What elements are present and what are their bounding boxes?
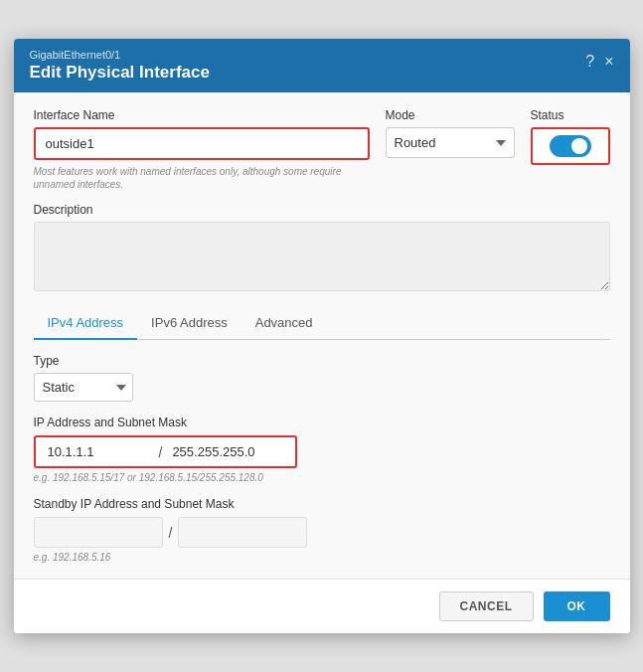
top-row: Interface Name Most features work with n… (34, 108, 610, 191)
standby-ip-input[interactable] (34, 517, 163, 548)
standby-subnet-input[interactable] (178, 517, 307, 548)
description-group: Description (34, 191, 610, 291)
mode-select[interactable]: Routed Switched Passive (386, 127, 515, 158)
dialog-title: Edit Physical Interface (30, 63, 210, 83)
interface-name-label: Interface Name (34, 108, 370, 122)
tabs: IPv4 Address IPv6 Address Advanced (34, 307, 610, 340)
description-textarea[interactable] (34, 222, 610, 291)
help-icon[interactable]: ? (585, 53, 594, 71)
cancel-button[interactable]: CANCEL (439, 591, 534, 621)
dialog-body: Interface Name Most features work with n… (14, 92, 630, 579)
dialog-header: GigabitEthernet0/1 Edit Physical Interfa… (14, 39, 630, 92)
ip-address-box: / (34, 435, 298, 468)
interface-name-hint: Most features work with named interfaces… (34, 165, 370, 191)
slash-separator: / (159, 444, 163, 460)
close-icon[interactable]: × (604, 53, 613, 71)
status-toggle[interactable] (550, 135, 591, 157)
edit-physical-interface-dialog: GigabitEthernet0/1 Edit Physical Interfa… (14, 39, 630, 633)
description-label: Description (34, 203, 610, 217)
type-select[interactable]: Static DHCP PPPoE (34, 373, 133, 402)
status-label: Status (531, 108, 610, 122)
ipv4-tab-content: Type Static DHCP PPPoE IP Address and Su… (34, 354, 610, 563)
ip-address-hint: e.g. 192.168.5.15/17 or 192.168.5.15/255… (34, 472, 610, 483)
tab-ipv4[interactable]: IPv4 Address (34, 307, 138, 340)
ok-button[interactable]: OK (544, 591, 610, 621)
type-group: Type Static DHCP PPPoE (34, 354, 610, 402)
ip-address-label: IP Address and Subnet Mask (34, 416, 610, 429)
interface-name-input[interactable] (36, 129, 368, 158)
standby-label: Standby IP Address and Subnet Mask (34, 497, 610, 511)
mode-group: Mode Routed Switched Passive (386, 108, 515, 158)
standby-slash-separator: / (169, 525, 173, 541)
status-group: Status (531, 108, 610, 165)
type-label: Type (34, 354, 610, 368)
dialog-subtitle: GigabitEthernet0/1 (30, 49, 210, 61)
interface-name-group: Interface Name Most features work with n… (34, 108, 370, 191)
header-actions: ? × (585, 49, 613, 71)
standby-section: Standby IP Address and Subnet Mask / e.g… (34, 497, 610, 563)
type-select-wrap: Static DHCP PPPoE (34, 373, 610, 402)
interface-name-box (34, 127, 370, 160)
tab-advanced[interactable]: Advanced (241, 307, 327, 340)
header-title-group: GigabitEthernet0/1 Edit Physical Interfa… (30, 49, 210, 83)
subnet-mask-input[interactable] (168, 437, 287, 466)
standby-hint: e.g. 192.168.5.16 (34, 552, 610, 563)
mode-label: Mode (386, 108, 515, 122)
dialog-footer: CANCEL OK (14, 579, 630, 633)
toggle-slider (550, 135, 591, 157)
status-box (531, 127, 610, 165)
ip-address-input[interactable] (44, 437, 153, 466)
standby-row: / (34, 517, 610, 548)
ip-address-section: IP Address and Subnet Mask / e.g. 192.16… (34, 416, 610, 483)
tab-ipv6[interactable]: IPv6 Address (137, 307, 241, 340)
